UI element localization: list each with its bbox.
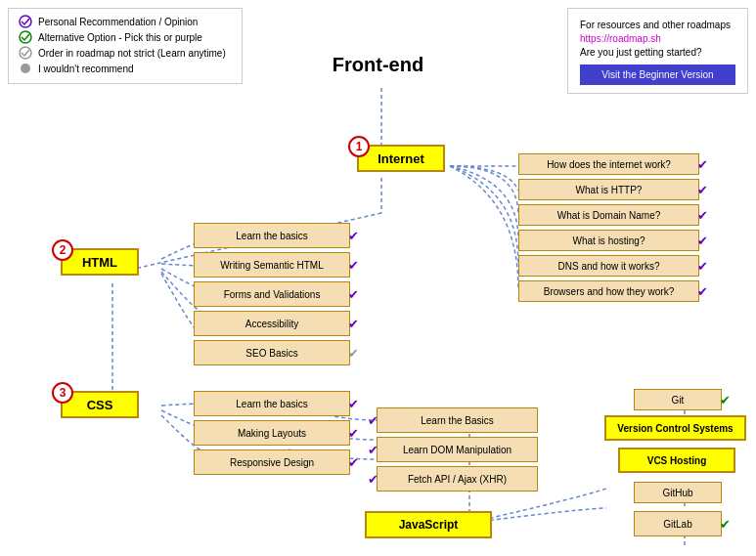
check-html-3: ✔ (348, 317, 359, 331)
badge-css: 3 (52, 382, 73, 404)
resources-question: Are you just getting started? (580, 47, 735, 58)
html-node[interactable]: 2 HTML (61, 248, 139, 276)
check-icon-0: ✔ (697, 157, 708, 172)
check-html-2: ✔ (348, 287, 359, 302)
html-item-0[interactable]: Learn the basics ✔ (194, 223, 350, 248)
js-item-2[interactable]: ✔ Fetch API / Ajax (XHR) (377, 466, 538, 492)
internet-item-4-label: DNS and how it works? (558, 261, 660, 272)
internet-item-3-label: What is hosting? (573, 235, 645, 246)
vcs-item[interactable]: Version Control Systems (604, 415, 746, 441)
css-item-2-label: Responsive Design (230, 457, 314, 468)
gitlab-item[interactable]: GitLab ✔ (634, 511, 722, 536)
javascript-node[interactable]: JavaScript (365, 511, 492, 538)
internet-item-0-label: How does the internet work? (547, 159, 671, 170)
check-css-1: ✔ (348, 426, 359, 441)
vcs-hosting-item[interactable]: VCS Hosting (618, 448, 735, 473)
beginner-version-button[interactable]: Visit the Beginner Version (580, 64, 735, 85)
legend-item-gray-circle: Order in roadmap not strict (Learn anyti… (19, 46, 232, 60)
github-label: GitHub (662, 488, 692, 498)
internet-node[interactable]: 1 Internet (357, 145, 445, 172)
legend-label-green: Alternative Option - Pick this or purple (38, 32, 202, 43)
check-html-4: ✔ (348, 346, 359, 361)
check-html-0: ✔ (348, 229, 359, 243)
js-item-0-label: Learn the Basics (421, 415, 494, 426)
badge-internet: 1 (348, 136, 370, 157)
internet-item-2-label: What is Domain Name? (557, 210, 661, 221)
internet-item-3[interactable]: What is hosting? ✔ (518, 230, 699, 251)
badge-html: 2 (52, 239, 73, 261)
html-item-4-label: SEO Basics (245, 348, 297, 359)
html-item-1[interactable]: Writing Semantic HTML ✔ (194, 252, 350, 278)
gitlab-label: GitLab (663, 519, 691, 530)
css-item-1-label: Making Layouts (238, 428, 306, 439)
purple-check-icon (19, 15, 32, 28)
css-item-0[interactable]: Learn the basics ✔ (194, 391, 350, 416)
resources-label: For resources and other roadmaps (580, 20, 735, 30)
internet-item-1[interactable]: What is HTTP? ✔ (518, 179, 699, 200)
internet-label: Internet (378, 151, 424, 166)
resources-box: For resources and other roadmaps https:/… (567, 8, 748, 94)
git-item[interactable]: Git ✔ (634, 389, 722, 410)
check-js-1-left: ✔ (368, 443, 378, 457)
check-css-2: ✔ (348, 455, 359, 470)
github-item[interactable]: GitHub (634, 482, 722, 503)
check-git: ✔ (720, 393, 731, 407)
legend-item-gray-dot: I wouldn't recommend (19, 62, 232, 75)
git-label: Git (672, 395, 685, 406)
html-item-0-label: Learn the basics (236, 231, 307, 241)
check-gitlab: ✔ (720, 517, 731, 532)
html-item-1-label: Writing Semantic HTML (220, 260, 323, 271)
internet-item-1-label: What is HTTP? (576, 185, 643, 195)
html-label: HTML (82, 255, 117, 270)
svg-point-2 (20, 47, 31, 59)
html-item-3-label: Accessibility (245, 319, 298, 329)
green-check-icon (19, 30, 32, 44)
js-item-1-label: Learn DOM Manipulation (403, 445, 511, 455)
gray-dot-icon (19, 62, 32, 75)
check-icon-4: ✔ (697, 259, 708, 274)
js-item-2-label: Fetch API / Ajax (XHR) (408, 474, 507, 485)
gray-check-circle-icon (19, 46, 32, 60)
svg-point-0 (20, 16, 31, 27)
svg-point-3 (21, 64, 30, 73)
check-icon-3: ✔ (697, 234, 708, 248)
vcs-label: Version Control Systems (617, 423, 733, 434)
internet-item-0[interactable]: How does the internet work? ✔ (518, 153, 699, 175)
legend-label-not-recommend: I wouldn't recommend (38, 64, 134, 74)
css-node[interactable]: 3 CSS (61, 391, 139, 418)
vcs-hosting-label: VCS Hosting (647, 455, 707, 466)
internet-item-4[interactable]: DNS and how it works? ✔ (518, 255, 699, 277)
javascript-label: JavaScript (399, 518, 459, 532)
legend-box: Personal Recommendation / Opinion Altern… (8, 8, 243, 84)
check-icon-1: ✔ (697, 183, 708, 197)
check-icon-5: ✔ (697, 284, 708, 299)
check-icon-2: ✔ (697, 208, 708, 223)
js-item-1[interactable]: ✔ Learn DOM Manipulation (377, 437, 538, 462)
css-item-0-label: Learn the basics (236, 399, 307, 409)
html-item-2[interactable]: Forms and Validations ✔ (194, 281, 350, 307)
check-css-0: ✔ (348, 397, 359, 411)
html-item-4[interactable]: SEO Basics ✔ (194, 340, 350, 365)
legend-item-purple: Personal Recommendation / Opinion (19, 15, 232, 28)
internet-item-2[interactable]: What is Domain Name? ✔ (518, 204, 699, 226)
legend-label-purple: Personal Recommendation / Opinion (38, 17, 198, 27)
resources-link[interactable]: https://roadmap.sh (580, 33, 735, 44)
css-label: CSS (87, 398, 113, 412)
check-js-2-left: ✔ (368, 472, 378, 487)
css-item-2[interactable]: Responsive Design ✔ (194, 449, 350, 475)
check-html-1: ✔ (348, 258, 359, 273)
internet-item-5-label: Browsers and how they work? (544, 286, 674, 297)
page-title: Front-end (333, 54, 423, 76)
html-item-2-label: Forms and Validations (224, 289, 321, 300)
css-item-1[interactable]: Making Layouts ✔ (194, 420, 350, 446)
check-js-0-left: ✔ (368, 413, 378, 428)
internet-item-5[interactable]: Browsers and how they work? ✔ (518, 280, 699, 302)
legend-label-gray: Order in roadmap not strict (Learn anyti… (38, 48, 226, 59)
legend-item-green: Alternative Option - Pick this or purple (19, 30, 232, 44)
html-item-3[interactable]: Accessibility ✔ (194, 311, 350, 336)
js-item-0[interactable]: ✔ Learn the Basics (377, 407, 538, 433)
svg-point-1 (20, 31, 31, 43)
